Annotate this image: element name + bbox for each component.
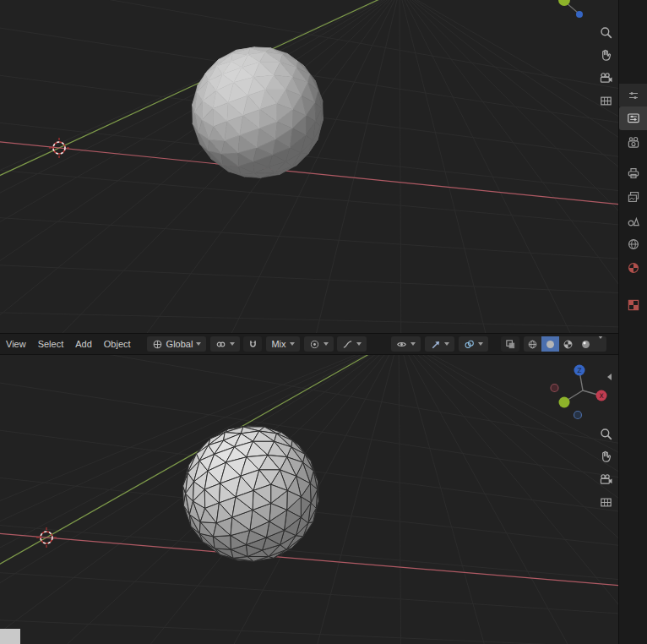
gizmo-x-label: X <box>599 392 603 400</box>
navigation-gizmo[interactable]: Z X <box>549 362 618 424</box>
ortho-grid-icon[interactable] <box>598 494 613 510</box>
chevron-down-icon <box>356 342 362 346</box>
falloff-curve-icon <box>342 339 353 350</box>
viewport-header-right <box>391 336 606 352</box>
orientation-globe-icon <box>152 339 163 350</box>
render-camera-icon <box>627 136 640 150</box>
pan-hand-icon[interactable] <box>598 449 613 464</box>
chevron-down-icon <box>324 342 329 346</box>
viewport-3d-bottom[interactable]: Z X <box>0 355 618 644</box>
overlays-icon <box>464 339 475 350</box>
properties-rail <box>618 0 647 644</box>
tab-material-properties[interactable] <box>619 257 647 279</box>
menu-object[interactable]: Object <box>98 334 137 354</box>
orientation-label: Global <box>166 339 193 349</box>
shading-material-button[interactable] <box>559 336 577 352</box>
gizmo-x-neg-ball[interactable] <box>551 385 558 392</box>
material-sphere-icon <box>627 261 640 275</box>
blender-window: View Select Add Object Global <box>0 0 647 644</box>
camera-view-icon[interactable] <box>598 472 613 487</box>
tab-render-properties[interactable] <box>619 132 647 154</box>
properties-editor-header[interactable] <box>619 84 647 106</box>
gizmo-arrow-icon <box>430 339 441 350</box>
viewport-3d-top[interactable] <box>0 0 618 333</box>
viewport-nav-controls <box>598 25 613 108</box>
shading-wireframe-button[interactable] <box>524 336 541 352</box>
menu-select[interactable]: Select <box>32 334 70 354</box>
shading-solid-button[interactable] <box>541 336 559 352</box>
tab-texture-properties[interactable] <box>619 294 647 316</box>
tab-scene-properties[interactable] <box>619 210 647 232</box>
camera-view-icon[interactable] <box>598 70 613 85</box>
tab-active-tool[interactable] <box>619 106 647 130</box>
tab-view-layer-properties[interactable] <box>619 186 647 208</box>
texture-checker-icon <box>627 298 640 312</box>
viewport-bottom-canvas <box>0 355 618 644</box>
gizmo-z-label: Z <box>577 367 581 374</box>
shading-wireframe-icon <box>527 339 538 350</box>
gizmo-z-neg-ball[interactable] <box>576 11 583 18</box>
tab-output-properties[interactable] <box>619 162 647 184</box>
show-overlays-dropdown[interactable] <box>459 336 488 352</box>
zoom-icon[interactable] <box>598 426 613 441</box>
snap-link-icon <box>215 339 226 350</box>
gizmo-z-neg-ball[interactable] <box>574 412 582 419</box>
shading-solid-icon <box>545 339 556 350</box>
snap-target-dropdown[interactable] <box>210 336 240 352</box>
viewport-header: View Select Add Object Global <box>0 333 618 355</box>
sidebar-collapse-arrow[interactable] <box>607 374 612 380</box>
chevron-down-icon <box>230 342 235 346</box>
world-globe-icon <box>627 237 640 251</box>
zoom-icon[interactable] <box>598 25 613 40</box>
scene-icon <box>627 214 640 227</box>
editor-corner-widget[interactable] <box>0 629 20 644</box>
shading-rendered-icon <box>580 339 591 350</box>
chevron-down-icon <box>598 336 603 349</box>
object-visibility-dropdown[interactable] <box>391 336 421 352</box>
blend-mode-label: Mix <box>271 339 285 349</box>
chevron-down-icon <box>444 342 449 346</box>
chevron-down-icon <box>410 342 416 346</box>
shading-mode-segment <box>524 336 606 352</box>
printer-icon <box>627 166 640 180</box>
chevron-down-icon <box>196 342 201 346</box>
chevron-down-icon <box>290 342 295 346</box>
xray-icon <box>505 339 516 350</box>
shading-options-chevron[interactable] <box>595 339 606 349</box>
shading-rendered-button[interactable] <box>577 336 595 352</box>
magnet-icon <box>247 339 258 350</box>
properties-editor-icon <box>627 89 640 102</box>
transform-orientation-dropdown[interactable]: Global <box>147 336 207 352</box>
menu-view[interactable]: View <box>0 334 32 354</box>
ortho-grid-icon[interactable] <box>598 93 613 108</box>
proportional-editing-dropdown[interactable] <box>304 336 334 352</box>
snap-magnet-toggle[interactable] <box>243 336 262 352</box>
blend-mode-dropdown[interactable]: Mix <box>266 336 299 352</box>
active-tool-icon <box>627 112 640 125</box>
toggle-xray-button[interactable] <box>501 336 519 352</box>
shading-material-icon <box>563 339 574 350</box>
menu-add[interactable]: Add <box>69 334 98 354</box>
images-stack-icon <box>627 190 640 204</box>
viewport-nav-controls <box>598 426 613 510</box>
tab-world-properties[interactable] <box>619 233 647 255</box>
pan-hand-icon[interactable] <box>598 47 613 63</box>
gizmo-y-axis-ball[interactable] <box>559 397 570 408</box>
proportional-editing-icon <box>309 339 320 350</box>
falloff-dropdown[interactable] <box>337 336 367 352</box>
eye-icon <box>396 339 407 350</box>
show-gizmos-dropdown[interactable] <box>425 336 454 352</box>
navigation-gizmo-partial[interactable] <box>549 0 603 24</box>
viewport-top-canvas <box>0 0 618 333</box>
chevron-down-icon <box>478 342 483 346</box>
